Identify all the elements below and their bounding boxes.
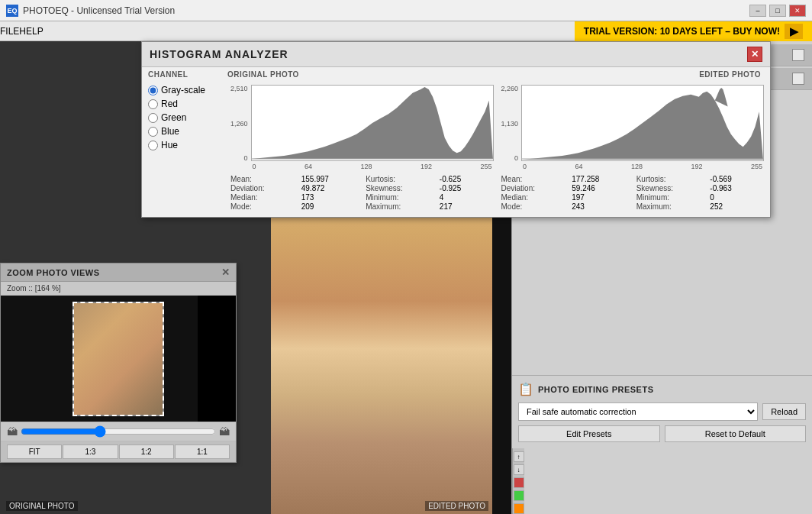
edit-mean-val: 177.258 xyxy=(572,175,631,183)
zoom-panel: ZOOM PHOTO VIEWS ✕ Zoom :: [164 %] 🏔 🏔 F… xyxy=(0,263,237,463)
orig-x128: 128 xyxy=(360,163,372,170)
zoom-1-1-button[interactable]: 1:1 xyxy=(175,444,230,459)
trial-banner: TRIAL VERSION: 10 DAYS LEFT – BUY NOW! ▶ xyxy=(575,21,812,41)
edit-mean-label: Mean: xyxy=(501,175,568,183)
green-radio-input[interactable] xyxy=(148,113,158,123)
presets-dropdown[interactable]: Fail safe automatic correctionVivid colo… xyxy=(518,402,758,421)
edited-x-axis: 0 64 128 192 255 xyxy=(521,163,764,170)
toolbar-btn-1[interactable]: ↑ xyxy=(514,451,524,462)
presets-row: Fail safe automatic correctionVivid colo… xyxy=(518,402,806,421)
orig-x192: 192 xyxy=(420,163,432,170)
right-toolbar: ↑ ↓ xyxy=(512,448,524,514)
toolbar-btn-red[interactable] xyxy=(514,477,524,488)
app-title: PHOTOEQ - Unlicensed Trial Version xyxy=(23,5,175,16)
grayscale-radio-input[interactable] xyxy=(148,86,158,95)
orig-mode-val: 209 xyxy=(301,202,361,211)
zoom-slider[interactable] xyxy=(21,426,216,437)
edit-deviation-val: 59.246 xyxy=(572,184,631,192)
blue-radio[interactable]: Blue xyxy=(148,126,224,137)
orig-maximum-val: 217 xyxy=(440,202,494,211)
edit-maximum-val: 252 xyxy=(710,202,764,211)
edited-histogram-block: 2,260 1,130 0 xyxy=(501,85,765,211)
edit-median-label: Median: xyxy=(501,193,568,202)
trial-text: TRIAL VERSION: 10 DAYS LEFT – BUY NOW! xyxy=(584,26,780,37)
orig-deviation-label: Deviation: xyxy=(230,184,297,192)
presets-label: PHOTO EDITING PRESETS xyxy=(538,385,654,394)
edit-y-mid: 1,130 xyxy=(501,120,519,128)
edit-minimum-label: Minimum: xyxy=(636,193,706,202)
presets-buttons: Edit Presets Reset to Default xyxy=(518,425,806,442)
orig-deviation-val: 49.872 xyxy=(301,184,361,192)
orig-kurtosis-label: Kurtosis: xyxy=(366,175,435,183)
zoom-1-3-button[interactable]: 1:3 xyxy=(63,444,118,459)
edit-kurtosis-val: -0.569 xyxy=(710,175,764,183)
add-watermark-checkbox[interactable] xyxy=(792,73,804,85)
edit-median-val: 197 xyxy=(572,193,631,202)
edit-y-top: 2,260 xyxy=(501,85,519,92)
edit-skewness-val: -0.963 xyxy=(710,184,764,192)
blue-label: Blue xyxy=(161,126,179,137)
orig-x64: 64 xyxy=(304,163,312,170)
edited-photo-label: EDITED PHOTO xyxy=(425,501,488,511)
maximize-button[interactable]: □ xyxy=(769,5,786,17)
original-histogram-svg xyxy=(252,86,493,160)
hue-radio[interactable]: Hue xyxy=(148,140,224,150)
edited-header: EDITED PHOTO xyxy=(495,70,765,79)
zoom-fit-button[interactable]: FIT xyxy=(7,444,62,459)
red-radio-input[interactable] xyxy=(148,99,158,109)
toolbar-btn-2[interactable]: ↓ xyxy=(514,464,524,475)
title-bar: EQ PHOTOEQ - Unlicensed Trial Version – … xyxy=(0,0,812,21)
zoom-1-2-button[interactable]: 1:2 xyxy=(119,444,174,459)
file-menu[interactable]: FILE xyxy=(0,26,19,37)
grayscale-radio[interactable]: Gray-scale xyxy=(148,85,224,95)
edit-maximum-label: Maximum: xyxy=(636,202,706,211)
edit-presets-button[interactable]: Edit Presets xyxy=(518,425,660,442)
orig-skewness-label: Skewness: xyxy=(366,184,435,192)
zoom-close-button[interactable]: ✕ xyxy=(221,267,230,278)
original-x-axis: 0 64 128 192 255 xyxy=(251,163,494,170)
red-radio[interactable]: Red xyxy=(148,99,224,109)
help-menu[interactable]: HELP xyxy=(19,26,43,37)
hue-radio-input[interactable] xyxy=(148,141,158,150)
zoom-thumbnail-image xyxy=(74,303,163,415)
presets-title: 📋 PHOTO EDITING PRESETS xyxy=(518,382,806,396)
histogram-section: 2,510 1,260 0 xyxy=(230,85,764,211)
orig-mean-val: 155.997 xyxy=(301,175,361,183)
edit-x128: 128 xyxy=(631,163,643,170)
red-label: Red xyxy=(161,99,178,109)
orig-mode-label: Mode: xyxy=(230,202,297,211)
toolbar-btn-green[interactable] xyxy=(514,490,524,501)
reload-button[interactable]: Reload xyxy=(762,403,806,420)
minimize-button[interactable]: – xyxy=(749,5,766,17)
original-header: ORIGINAL PHOTO xyxy=(224,70,495,79)
green-radio[interactable]: Green xyxy=(148,112,224,123)
orig-median-val: 173 xyxy=(301,193,361,202)
app-icon: EQ xyxy=(6,5,18,17)
presets-section: 📋 PHOTO EDITING PRESETS Fail safe automa… xyxy=(512,375,812,448)
zoom-icon-large: 🏔 xyxy=(219,425,230,438)
trial-arrow-button[interactable]: ▶ xyxy=(785,24,803,39)
edited-stats: Mean: 177.258 Kurtosis: -0.569 Deviation… xyxy=(501,175,765,211)
channel-header: CHANNEL xyxy=(148,70,224,79)
orig-x255: 255 xyxy=(480,163,491,170)
grayscale-label: Gray-scale xyxy=(161,85,205,95)
orig-minimum-label: Minimum: xyxy=(366,193,435,202)
orig-kurtosis-val: -0.625 xyxy=(440,175,494,183)
original-histogram-block: 2,510 1,260 0 xyxy=(230,85,494,211)
orig-y-bot: 0 xyxy=(230,154,248,162)
zoom-info: Zoom :: [164 %] xyxy=(1,282,236,296)
orig-median-label: Median: xyxy=(230,193,297,202)
convert-bw-checkbox[interactable] xyxy=(792,49,804,61)
original-histogram-canvas xyxy=(251,85,494,161)
reset-default-button[interactable]: Reset to Default xyxy=(665,425,807,442)
histogram-dialog: HISTOGRAM ANALYZER ✕ CHANNEL ORIGINAL PH… xyxy=(141,41,771,218)
close-window-button[interactable]: ✕ xyxy=(789,5,806,17)
green-label: Green xyxy=(161,112,186,123)
menubar: FILE HELP TRIAL VERSION: 10 DAYS LEFT – … xyxy=(0,21,812,41)
toolbar-btn-orange[interactable] xyxy=(514,503,524,514)
histogram-close-button[interactable]: ✕ xyxy=(747,47,762,62)
edit-skewness-label: Skewness: xyxy=(636,184,706,192)
blue-radio-input[interactable] xyxy=(148,127,158,137)
zoom-slider-area: 🏔 🏔 xyxy=(1,422,236,441)
orig-maximum-label: Maximum: xyxy=(366,202,435,211)
